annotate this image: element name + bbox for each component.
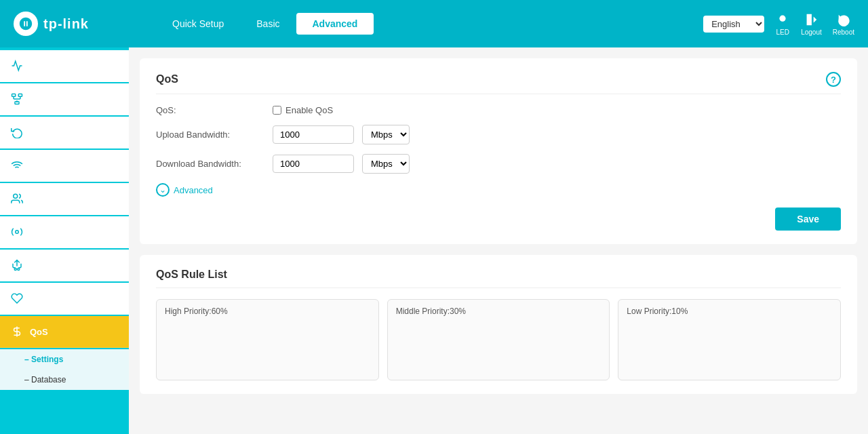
sidebar-item-usb-settings[interactable]: USB Settings — [0, 250, 129, 281]
content-area: QoS ? QoS: Enable QoS Upload Bandwidth: … — [129, 47, 868, 434]
upload-unit-select[interactable]: Mbps Kbps — [362, 125, 410, 144]
enable-qos-checkbox[interactable] — [273, 106, 281, 115]
advanced-toggle-icon: ⌄ — [156, 183, 170, 197]
svg-point-11 — [14, 269, 16, 271]
middle-priority-card: Middle Priority:30% — [387, 299, 610, 380]
qos-enable-checkbox-group: Enable QoS — [273, 105, 333, 115]
rule-list-grid: High Priority:60% Middle Priority:30% Lo… — [156, 299, 841, 380]
svg-rect-1 — [12, 94, 16, 97]
sidebar-item-status[interactable]: Status — [0, 50, 129, 82]
save-button[interactable]: Save — [775, 208, 841, 231]
reboot-button[interactable]: Reboot — [833, 12, 854, 36]
led-button[interactable]: LED — [775, 12, 790, 36]
svg-point-9 — [14, 194, 18, 198]
sidebar-item-nat-forwarding[interactable]: NAT Forwarding — [0, 216, 129, 248]
language-select[interactable]: English Chinese French German Spanish — [703, 16, 764, 33]
download-unit-select[interactable]: Mbps Kbps — [362, 154, 410, 174]
nav-tabs: Quick Setup Basic Advanced — [142, 13, 703, 35]
sidebar-sub-database[interactable]: – Database — [0, 370, 129, 390]
logo-icon — [14, 12, 38, 36]
qos-rule-list-title: QoS Rule List — [156, 269, 841, 288]
logo-area: tp-link — [14, 12, 142, 36]
svg-point-10 — [16, 231, 19, 234]
sidebar-item-parental-controls[interactable]: Parental Controls — [0, 283, 129, 315]
high-priority-card: High Priority:60% — [156, 299, 379, 380]
svg-rect-2 — [18, 94, 22, 97]
sidebar: Status Network Operation Mode Wireless G… — [0, 47, 129, 434]
advanced-toggle[interactable]: ⌄ Advanced — [156, 183, 841, 197]
sidebar-item-operation-mode[interactable]: Operation Mode — [0, 117, 129, 149]
qos-enable-row: QoS: Enable QoS — [156, 105, 841, 115]
qos-settings-card: QoS ? QoS: Enable QoS Upload Bandwidth: … — [140, 58, 857, 244]
sidebar-item-guest-network[interactable]: Guest Network — [0, 183, 129, 215]
tab-advanced[interactable]: Advanced — [296, 13, 374, 35]
sidebar-item-network[interactable]: Network — [0, 83, 129, 115]
sidebar-item-qos[interactable]: QoS — [0, 316, 129, 348]
sidebar-sub-settings[interactable]: – Settings — [0, 349, 129, 370]
main-layout: Status Network Operation Mode Wireless G… — [0, 47, 868, 434]
qos-section-title: QoS ? — [156, 72, 841, 94]
download-bandwidth-row: Download Bandwidth: Mbps Kbps — [156, 154, 841, 174]
help-icon[interactable]: ? — [826, 72, 841, 87]
brand-name: tp-link — [43, 16, 89, 32]
svg-point-0 — [780, 15, 786, 21]
low-priority-card: Low Priority:10% — [618, 299, 841, 380]
upload-bandwidth-input[interactable] — [273, 125, 354, 144]
download-bandwidth-input[interactable] — [273, 155, 354, 173]
qos-rule-list-card: QoS Rule List High Priority:60% Middle P… — [140, 255, 857, 394]
save-row: Save — [156, 208, 841, 231]
nav-right: English Chinese French German Spanish LE… — [703, 12, 854, 36]
sidebar-item-wireless[interactable]: Wireless — [0, 150, 129, 182]
logout-button[interactable]: Logout — [801, 12, 822, 36]
upload-bandwidth-row: Upload Bandwidth: Mbps Kbps — [156, 125, 841, 144]
svg-point-12 — [18, 269, 20, 271]
top-nav: tp-link Quick Setup Basic Advanced Engli… — [0, 0, 868, 47]
tab-quick-setup[interactable]: Quick Setup — [156, 13, 240, 35]
tab-basic[interactable]: Basic — [240, 13, 296, 35]
enable-qos-label: Enable QoS — [285, 105, 333, 115]
